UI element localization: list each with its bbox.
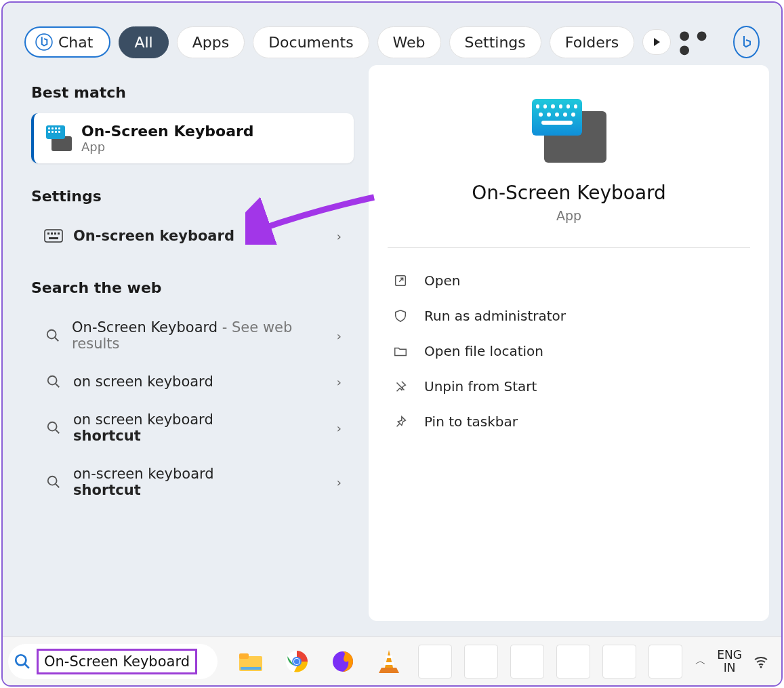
tab-more[interactable] bbox=[642, 29, 671, 55]
search-input-value: On-Screen Keyboard bbox=[37, 649, 197, 674]
svg-line-17 bbox=[24, 664, 29, 668]
pin-icon bbox=[393, 414, 408, 429]
taskbar-app-blank[interactable] bbox=[510, 645, 544, 679]
detail-pane: On-Screen Keyboard App Open Run as admin… bbox=[369, 65, 769, 621]
svg-rect-5 bbox=[58, 232, 60, 235]
taskbar-app-blank[interactable] bbox=[602, 645, 636, 679]
taskbar-search[interactable]: On-Screen Keyboard bbox=[8, 644, 218, 679]
svg-line-12 bbox=[56, 430, 60, 434]
divider bbox=[388, 247, 750, 248]
chevron-right-icon: › bbox=[337, 375, 342, 389]
web-result-label: On-Screen Keyboard - See web results bbox=[72, 319, 327, 352]
bing-icon bbox=[739, 34, 755, 50]
tab-apps[interactable]: Apps bbox=[177, 26, 245, 58]
best-match-result[interactable]: On-Screen Keyboard App bbox=[31, 113, 354, 163]
web-result-2[interactable]: on screen keyboardshortcut › bbox=[31, 401, 354, 455]
action-open-location[interactable]: Open file location bbox=[388, 333, 750, 369]
search-icon bbox=[14, 653, 31, 670]
svg-point-16 bbox=[16, 655, 26, 665]
detail-subtitle: App bbox=[388, 208, 750, 223]
svg-rect-19 bbox=[239, 653, 249, 659]
web-result-label: on screen keyboardshortcut bbox=[73, 411, 213, 444]
svg-point-0 bbox=[36, 34, 52, 50]
file-explorer-icon[interactable] bbox=[234, 645, 268, 679]
svg-rect-26 bbox=[386, 655, 392, 658]
web-result-3[interactable]: on-screen keyboardshortcut › bbox=[31, 455, 354, 509]
chevron-right-icon: › bbox=[337, 329, 342, 343]
taskbar-app-blank[interactable] bbox=[418, 645, 452, 679]
action-label: Unpin from Start bbox=[424, 378, 537, 394]
taskbar-app-blank[interactable] bbox=[648, 645, 682, 679]
tab-all[interactable]: All bbox=[119, 26, 168, 58]
action-pin-taskbar[interactable]: Pin to taskbar bbox=[388, 404, 750, 439]
svg-rect-2 bbox=[47, 232, 49, 235]
osk-app-icon-large bbox=[532, 99, 606, 163]
tab-settings[interactable]: Settings bbox=[449, 26, 541, 58]
svg-line-8 bbox=[55, 338, 59, 342]
search-icon bbox=[43, 328, 62, 343]
action-label: Open bbox=[424, 272, 460, 289]
tab-documents[interactable]: Documents bbox=[253, 26, 369, 58]
keyboard-icon bbox=[43, 229, 64, 243]
section-search-web: Search the web bbox=[31, 279, 354, 296]
lang-bottom: IN bbox=[717, 662, 742, 674]
action-label: Open file location bbox=[424, 343, 543, 359]
best-match-title: On-Screen Keyboard bbox=[81, 123, 254, 140]
svg-point-28 bbox=[760, 666, 762, 668]
search-icon bbox=[43, 374, 64, 389]
osk-app-icon bbox=[46, 125, 72, 151]
svg-point-11 bbox=[48, 422, 57, 431]
taskbar-app-blank[interactable] bbox=[464, 645, 498, 679]
results-column: Best match On-Screen Keyboard App Settin… bbox=[15, 65, 354, 621]
chevron-right-icon: › bbox=[337, 421, 342, 435]
search-icon bbox=[43, 420, 64, 435]
svg-point-24 bbox=[294, 659, 300, 664]
svg-point-13 bbox=[48, 477, 57, 485]
lang-top: ENG bbox=[717, 649, 742, 662]
bing-button[interactable] bbox=[733, 26, 760, 58]
taskbar: On-Screen Keyboard ︿ ENG IN bbox=[3, 636, 781, 685]
section-settings: Settings bbox=[31, 188, 354, 205]
action-label: Run as administrator bbox=[424, 308, 566, 324]
action-run-admin[interactable]: Run as administrator bbox=[388, 298, 750, 333]
chevron-right-icon: › bbox=[337, 475, 342, 489]
taskbar-apps bbox=[234, 645, 682, 679]
chat-tab-label: Chat bbox=[58, 34, 93, 51]
chat-tab[interactable]: Chat bbox=[24, 26, 110, 58]
svg-line-10 bbox=[56, 384, 60, 388]
best-match-subtitle: App bbox=[81, 140, 254, 154]
open-icon bbox=[393, 273, 408, 288]
svg-rect-4 bbox=[54, 232, 56, 235]
tray-expand-icon[interactable]: ︿ bbox=[695, 654, 706, 668]
firefox-icon[interactable] bbox=[326, 645, 360, 679]
detail-title: On-Screen Keyboard bbox=[388, 182, 750, 204]
web-result-0[interactable]: On-Screen Keyboard - See web results › bbox=[31, 308, 354, 363]
svg-rect-3 bbox=[51, 232, 53, 235]
folder-icon bbox=[393, 344, 408, 359]
svg-rect-27 bbox=[384, 662, 394, 665]
svg-point-9 bbox=[48, 376, 57, 385]
language-indicator[interactable]: ENG IN bbox=[717, 649, 742, 674]
tab-web[interactable]: Web bbox=[377, 26, 441, 58]
action-open[interactable]: Open bbox=[388, 263, 750, 298]
tab-folders[interactable]: Folders bbox=[550, 26, 634, 58]
web-result-label: on screen keyboard bbox=[73, 373, 213, 390]
vlc-icon[interactable] bbox=[372, 645, 406, 679]
play-icon bbox=[653, 37, 661, 47]
svg-point-7 bbox=[47, 330, 56, 339]
web-result-1[interactable]: on screen keyboard › bbox=[31, 363, 354, 401]
settings-result-osk[interactable]: On-screen keyboard › bbox=[31, 217, 354, 255]
svg-rect-6 bbox=[49, 237, 58, 239]
chrome-icon[interactable] bbox=[280, 645, 314, 679]
unpin-icon bbox=[393, 379, 408, 394]
web-result-label: on-screen keyboardshortcut bbox=[73, 466, 214, 498]
more-options-button[interactable]: ● ● ● bbox=[679, 28, 716, 56]
filter-tabs: Chat All Apps Documents Web Settings Fol… bbox=[3, 3, 781, 65]
settings-result-label: On-screen keyboard bbox=[73, 228, 234, 244]
bing-chat-icon bbox=[35, 33, 53, 51]
wifi-icon[interactable] bbox=[753, 653, 769, 670]
taskbar-app-blank[interactable] bbox=[556, 645, 590, 679]
action-label: Pin to taskbar bbox=[424, 413, 518, 430]
action-unpin-start[interactable]: Unpin from Start bbox=[388, 369, 750, 404]
section-best-match: Best match bbox=[31, 84, 354, 101]
